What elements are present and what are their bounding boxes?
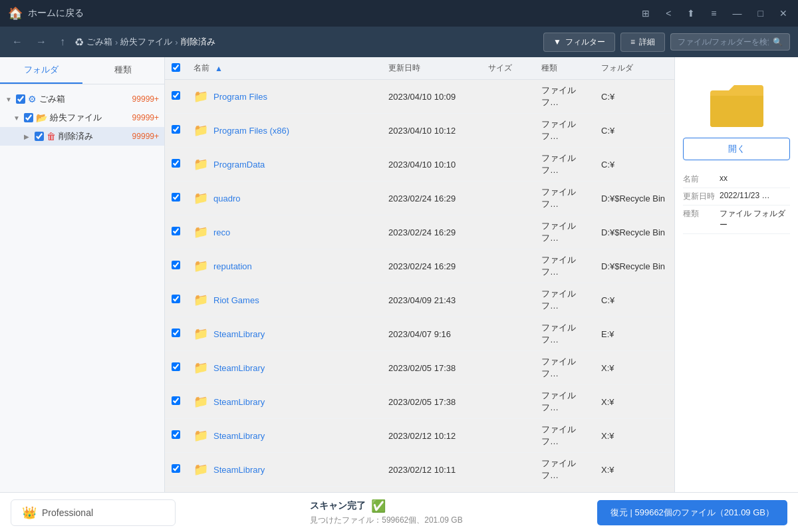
file-name-text[interactable]: SteamLibrary bbox=[213, 363, 265, 373]
meta-date-label: 更新日時 bbox=[683, 191, 720, 202]
table-row[interactable]: 📁 SteamLibrary 2023/02/12 10:12 ファイル フ… … bbox=[165, 419, 674, 453]
table-row[interactable]: 📁 quadro 2023/02/24 16:29 ファイル フ… D:¥$Re… bbox=[165, 182, 674, 215]
breadcrumb-item-recycle[interactable]: ごみ箱 bbox=[86, 36, 112, 48]
table-row[interactable]: 📁 SteamLibrary 2023/04/07 9:16 ファイル フ… E… bbox=[165, 317, 674, 351]
tree-label-recycle: ごみ箱 bbox=[39, 93, 130, 105]
file-name-text[interactable]: Program Files bbox=[213, 92, 267, 102]
folder-icon: 📁 bbox=[194, 259, 208, 273]
row-folder-cell: C:¥ bbox=[595, 283, 674, 317]
folder-icon: 📁 bbox=[194, 462, 208, 477]
header-date[interactable]: 更新日時 bbox=[382, 57, 481, 80]
table-row[interactable]: 📁 Program Files (x86) 2023/04/10 10:12 フ… bbox=[165, 114, 674, 148]
row-checkbox-5[interactable] bbox=[172, 261, 180, 269]
header-type[interactable]: 種類 bbox=[535, 57, 595, 80]
row-checkbox-2[interactable] bbox=[172, 159, 180, 168]
chevron-down-icon-lost: ▼ bbox=[13, 114, 21, 122]
tree-count-deleted: 99999+ bbox=[132, 132, 159, 141]
file-name-text[interactable]: reputation bbox=[213, 261, 252, 271]
tree-checkbox-lost[interactable] bbox=[24, 113, 33, 122]
row-date-cell: 2023/02/12 10:11 bbox=[382, 453, 481, 487]
table-row[interactable]: 📁 SteamLibrary 2023/02/05 17:38 ファイル フ… … bbox=[165, 351, 674, 385]
filter-button[interactable]: ▼ フィルター bbox=[543, 33, 615, 52]
file-name-text[interactable]: ProgramData bbox=[213, 160, 265, 170]
row-checkbox-8[interactable] bbox=[172, 362, 180, 371]
up-button[interactable]: ↑ bbox=[56, 33, 69, 51]
row-checkbox-7[interactable] bbox=[172, 329, 180, 337]
trash-icon-deleted: 🗑 bbox=[47, 131, 56, 142]
file-name-text[interactable]: SteamLibrary bbox=[213, 465, 265, 475]
file-name-text[interactable]: SteamLibrary bbox=[213, 329, 265, 339]
tree-item-recycle[interactable]: ▼ ⚙ ごみ箱 99999+ bbox=[0, 90, 164, 108]
search-input[interactable] bbox=[678, 37, 769, 47]
row-size-cell bbox=[481, 317, 535, 351]
row-checkbox-11[interactable] bbox=[172, 464, 180, 473]
table-row[interactable]: 📁 Program Files 2023/04/10 10:09 ファイル フ…… bbox=[165, 80, 674, 114]
breadcrumb-sep-2: › bbox=[175, 37, 178, 47]
open-button[interactable]: 開く bbox=[683, 138, 790, 160]
row-type-cell: ファイル フ… bbox=[535, 182, 595, 215]
select-all-checkbox[interactable] bbox=[172, 63, 180, 72]
row-name-cell: 📁 SteamLibrary bbox=[187, 317, 382, 351]
tree-item-lost[interactable]: ▼ 📂 紛失ファイル 99999+ bbox=[0, 108, 164, 127]
tree-checkbox-deleted[interactable] bbox=[35, 132, 44, 141]
row-checkbox-6[interactable] bbox=[172, 295, 180, 303]
pro-badge[interactable]: 👑 Professional bbox=[11, 499, 176, 526]
grid-icon[interactable]: ⊞ bbox=[639, 7, 652, 20]
tab-folder[interactable]: フォルダ bbox=[0, 57, 82, 84]
search-icon[interactable]: 🔍 bbox=[773, 37, 783, 47]
back-button[interactable]: ← bbox=[8, 33, 27, 51]
tree-checkbox-recycle[interactable] bbox=[16, 94, 25, 104]
breadcrumb-item-lost[interactable]: 紛失ファイル bbox=[120, 36, 172, 48]
row-size-cell bbox=[481, 114, 535, 148]
file-name-text[interactable]: SteamLibrary bbox=[213, 431, 265, 441]
row-date-cell: 2023/04/10 10:10 bbox=[382, 148, 481, 182]
tab-type[interactable]: 種類 bbox=[82, 57, 165, 84]
content-area: 名前 ▲ 更新日時 サイズ 種類 フォルダ bbox=[165, 57, 674, 492]
row-type-cell: ファイル フ… bbox=[535, 453, 595, 487]
chevron-right-icon-deleted: ▶ bbox=[24, 133, 32, 140]
file-name-text[interactable]: Riot Games bbox=[213, 295, 259, 305]
row-type-cell: ファイル フ… bbox=[535, 283, 595, 317]
share-icon[interactable]: < bbox=[663, 7, 674, 20]
upload-icon[interactable]: ⬆ bbox=[684, 7, 698, 20]
table-row[interactable]: 📁 reco 2023/02/24 16:29 ファイル フ… D:¥$Recy… bbox=[165, 215, 674, 249]
header-folder[interactable]: フォルダ bbox=[595, 57, 674, 80]
row-checkbox-0[interactable] bbox=[172, 91, 180, 100]
table-row[interactable]: 📁 SteamLibrary 2023/02/12 10:11 ファイル フ… … bbox=[165, 453, 674, 487]
table-row[interactable]: 📁 ProgramData 2023/04/10 10:10 ファイル フ… C… bbox=[165, 148, 674, 182]
restore-button[interactable]: 復元 | 599662個のファイル（201.09 GB） bbox=[597, 500, 787, 525]
breadcrumb-item-deleted[interactable]: 削除済み bbox=[181, 36, 215, 48]
maximize-button[interactable]: □ bbox=[755, 7, 766, 20]
row-size-cell bbox=[481, 453, 535, 487]
row-checkbox-4[interactable] bbox=[172, 227, 180, 235]
row-name-cell: 📁 SteamLibrary bbox=[187, 385, 382, 419]
minimize-button[interactable]: — bbox=[730, 7, 745, 20]
row-checkbox-9[interactable] bbox=[172, 396, 180, 405]
header-size[interactable]: サイズ bbox=[481, 57, 535, 80]
file-name-text[interactable]: Program Files (x86) bbox=[213, 126, 289, 136]
row-checkbox-3[interactable] bbox=[172, 193, 180, 201]
row-type-cell: ファイル フ… bbox=[535, 419, 595, 453]
detail-label: 詳細 bbox=[639, 37, 655, 48]
tree-item-deleted[interactable]: ▶ 🗑 削除済み 99999+ bbox=[0, 127, 164, 146]
file-name-text[interactable]: reco bbox=[213, 227, 230, 237]
table-row[interactable]: 📁 SteamLibrary 2023/02/05 17:38 ファイル フ… … bbox=[165, 385, 674, 419]
table-row[interactable]: 📁 reputation 2023/02/24 16:29 ファイル フ… D:… bbox=[165, 249, 674, 283]
row-name-cell: 📁 SteamLibrary bbox=[187, 351, 382, 385]
close-button[interactable]: ✕ bbox=[777, 7, 790, 20]
table-row[interactable]: 📁 Riot Games 2023/04/09 21:43 ファイル フ… C:… bbox=[165, 283, 674, 317]
tree-count-lost: 99999+ bbox=[132, 113, 159, 122]
file-name-text[interactable]: SteamLibrary bbox=[213, 397, 265, 407]
forward-button[interactable]: → bbox=[32, 33, 51, 51]
header-name[interactable]: 名前 ▲ bbox=[187, 57, 382, 80]
detail-button[interactable]: ≡ 詳細 bbox=[620, 33, 665, 52]
row-checkbox-1[interactable] bbox=[172, 125, 180, 134]
row-size-cell bbox=[481, 148, 535, 182]
row-size-cell bbox=[481, 215, 535, 249]
menu-icon[interactable]: ≡ bbox=[708, 7, 719, 20]
row-folder-cell: X:¥ bbox=[595, 453, 674, 487]
file-name-text[interactable]: quadro bbox=[213, 194, 240, 203]
file-list[interactable]: 名前 ▲ 更新日時 サイズ 種類 フォルダ bbox=[165, 57, 674, 492]
main-layout: フォルダ 種類 ▼ ⚙ ごみ箱 99999+ ▼ 📂 紛失ファイル 99999+ bbox=[0, 57, 798, 492]
row-checkbox-10[interactable] bbox=[172, 430, 180, 439]
